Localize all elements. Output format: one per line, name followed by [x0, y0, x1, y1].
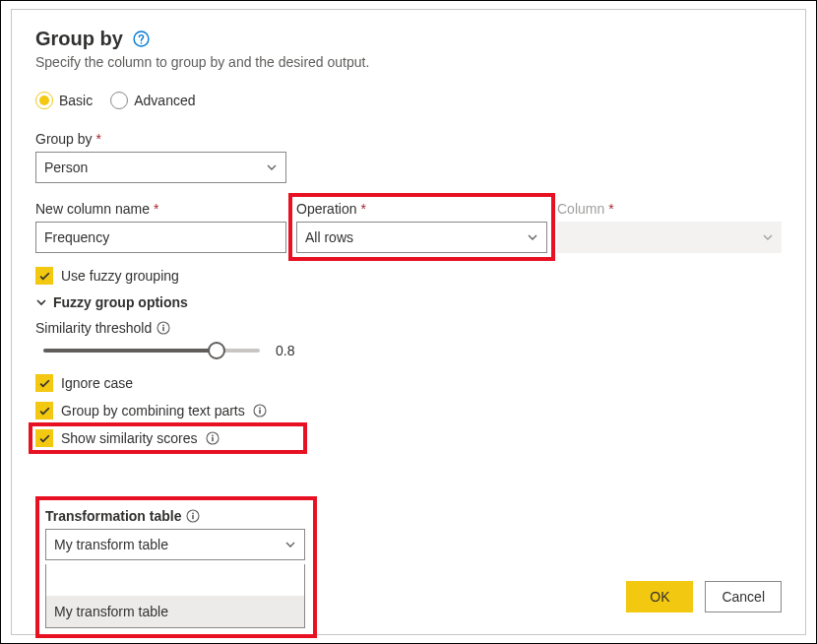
operation-select[interactable]: All rows [296, 222, 547, 253]
svg-point-3 [162, 325, 164, 327]
transform-table-label: Transformation table [45, 508, 305, 524]
new-column-input[interactable]: Frequency [35, 222, 286, 253]
slider-thumb[interactable] [208, 342, 225, 359]
column-select-disabled [557, 222, 782, 253]
help-icon[interactable] [133, 31, 151, 48]
fuzzy-options-header[interactable]: Fuzzy group options [35, 294, 782, 310]
radio-circle-icon [110, 92, 128, 109]
transform-option-label: My transform table [54, 604, 168, 619]
combine-text-label: Group by combining text parts [61, 403, 245, 419]
info-icon[interactable] [205, 431, 220, 446]
transform-option-blank[interactable] [46, 564, 304, 596]
use-fuzzy-checkbox[interactable]: Use fuzzy grouping [35, 267, 782, 285]
svg-rect-10 [212, 437, 214, 441]
svg-point-9 [212, 435, 214, 437]
group-by-dialog: Group by Specify the column to group by … [11, 9, 806, 635]
transform-table-dropdown: My transform table [45, 564, 305, 628]
highlight-transform-table: Transformation table My transform table … [35, 496, 317, 638]
svg-point-6 [259, 408, 261, 410]
show-scores-label: Show similarity scores [61, 430, 197, 446]
cancel-button[interactable]: Cancel [705, 581, 782, 612]
highlight-operation: Operation* All rows [288, 193, 555, 261]
new-column-label: New column name* [35, 201, 286, 217]
svg-rect-4 [162, 327, 164, 331]
info-icon[interactable] [253, 404, 268, 419]
svg-rect-13 [192, 515, 194, 519]
chevron-down-icon [762, 231, 774, 243]
info-icon[interactable] [185, 509, 200, 524]
group-by-value: Person [44, 160, 88, 175]
radio-advanced[interactable]: Advanced [110, 92, 195, 109]
svg-point-1 [141, 42, 143, 44]
combine-text-checkbox[interactable]: Group by combining text parts [35, 402, 782, 419]
similarity-threshold-slider[interactable] [43, 341, 260, 360]
info-icon[interactable] [156, 321, 170, 336]
checkmark-icon [35, 267, 53, 285]
group-by-select[interactable]: Person [35, 152, 286, 183]
dialog-title: Group by [35, 28, 123, 50]
dialog-footer: OK Cancel [626, 581, 782, 612]
radio-basic[interactable]: Basic [35, 92, 93, 109]
dialog-subtitle: Specify the column to group by and the d… [35, 54, 782, 70]
radio-advanced-label: Advanced [134, 93, 195, 108]
similarity-threshold-label: Similarity threshold [35, 320, 782, 336]
use-fuzzy-label: Use fuzzy grouping [61, 268, 179, 284]
chevron-down-icon [35, 296, 47, 308]
ignore-case-checkbox[interactable]: Ignore case [35, 374, 782, 392]
checkmark-icon [35, 429, 53, 447]
chevron-down-icon [527, 231, 538, 243]
checkmark-icon [35, 374, 53, 392]
highlight-show-scores: Show similarity scores [29, 422, 307, 454]
chevron-down-icon [266, 161, 278, 173]
transform-table-value: My transform table [54, 537, 168, 552]
operation-value: All rows [305, 229, 353, 245]
svg-rect-7 [259, 410, 261, 414]
radio-dot-icon [35, 92, 53, 109]
ignore-case-label: Ignore case [61, 375, 133, 391]
ok-button[interactable]: OK [626, 581, 693, 612]
radio-basic-label: Basic [59, 93, 93, 108]
chevron-down-icon [284, 539, 296, 550]
transform-table-select[interactable]: My transform table [45, 529, 305, 560]
column-label: Column* [557, 201, 782, 217]
similarity-threshold-value: 0.8 [276, 343, 294, 358]
new-column-value: Frequency [44, 229, 109, 245]
svg-point-12 [192, 513, 194, 515]
fuzzy-section-label: Fuzzy group options [53, 294, 188, 310]
operation-label: Operation* [296, 201, 547, 217]
transform-option-item[interactable]: My transform table [46, 596, 304, 627]
checkmark-icon [35, 402, 53, 419]
mode-radio-group: Basic Advanced [35, 92, 782, 109]
group-by-label: Group by* [35, 131, 782, 147]
